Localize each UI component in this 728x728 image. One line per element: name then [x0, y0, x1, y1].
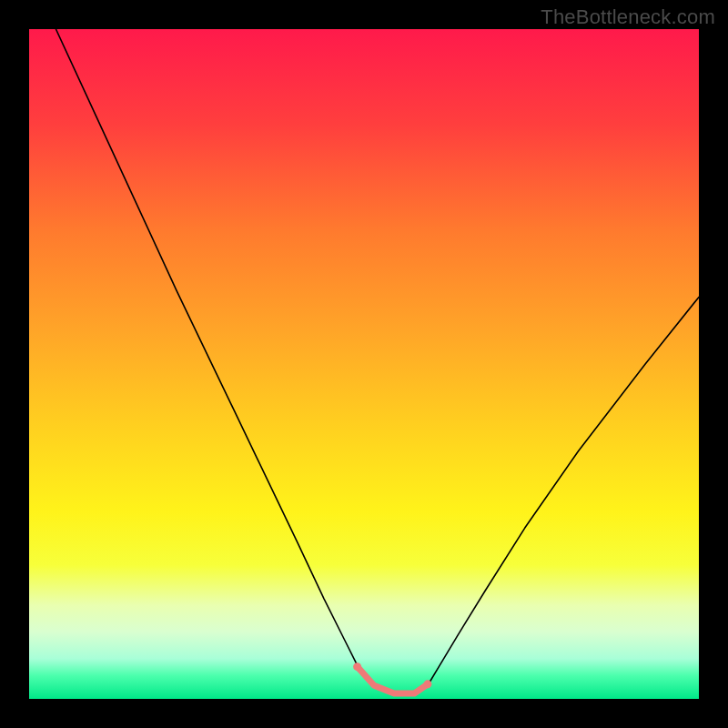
- gradient-background: [29, 29, 699, 699]
- plot-area: [29, 29, 699, 699]
- flat-segment-endpoint: [423, 680, 431, 688]
- plot-svg: [29, 29, 699, 699]
- chart-frame: TheBottleneck.com: [0, 0, 728, 728]
- watermark-text: TheBottleneck.com: [541, 5, 715, 29]
- flat-segment-endpoint: [353, 662, 361, 671]
